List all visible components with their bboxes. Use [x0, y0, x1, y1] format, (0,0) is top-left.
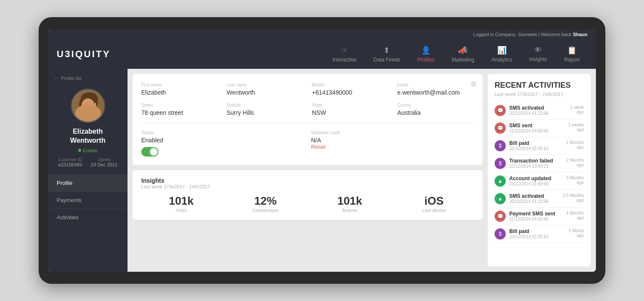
- activity-date-8: 22/12/2014 02:30:61: [509, 234, 565, 239]
- insights-date-range: Last week 17/6/2017 - 24/6/2017: [141, 184, 474, 189]
- nav-item-interactive[interactable]: ☞ Interactive: [325, 42, 364, 66]
- activities-date-range: Last week 17/6/2017 - 24/6/2017: [495, 92, 584, 97]
- country-label: Counry: [397, 103, 474, 108]
- data-feeds-icon: ⬆: [383, 46, 390, 55]
- activity-title-8: Bill paid: [509, 228, 565, 234]
- sidebar-item-activities[interactable]: Activities: [48, 209, 128, 226]
- activity-icon-2: 💬: [495, 123, 506, 134]
- reset-link[interactable]: Reset: [311, 144, 474, 150]
- activity-icon-1: 💬: [495, 105, 506, 116]
- svg-point-5: [79, 115, 100, 122]
- activities-panel: RECENT ACTIVITIES Last week 17/6/2017 - …: [488, 74, 591, 267]
- form-group-firstname: First name Elizabeth: [141, 83, 218, 96]
- content: ⚙ First name Elizabeth Last name Wentwor…: [128, 69, 596, 272]
- nav-item-profiles[interactable]: 👤 Profiles: [410, 42, 442, 66]
- status-value: Enabled: [141, 137, 304, 144]
- header: U3IQUITY ☞ Interactive ⬆ Data Feeds 👤 Pr…: [48, 40, 596, 69]
- activity-item-3: $ Bill paid 22/12/2014 02:30:61 2 Months…: [495, 137, 584, 155]
- svg-point-3: [81, 92, 98, 104]
- activity-content-3: Bill paid 22/12/2014 02:30:61: [509, 140, 563, 151]
- insights-title: Insights: [141, 177, 474, 184]
- activity-date-1: 20/12/2014 01:23:66: [509, 111, 567, 116]
- nav-label-analytics: Analytics: [492, 57, 512, 63]
- activity-icon-5: ▲: [495, 175, 506, 187]
- sidebar-item-profile[interactable]: Profile: [48, 175, 128, 192]
- sidebar-nav: Profile Payments Activities: [48, 174, 128, 226]
- nav-item-report[interactable]: 📋 Report: [556, 42, 587, 66]
- joined-value: 23 Dec 2011: [91, 162, 117, 167]
- enable-badge: Enable: [78, 148, 97, 153]
- status-section: Status Enabled Validation code: [141, 130, 474, 157]
- activity-icon-4: $: [495, 158, 506, 169]
- conversions-label: Conversions: [225, 208, 305, 213]
- activity-item-2: 💬 SMS sent 21/12/2014 04:50:66 3 weeksag…: [495, 120, 584, 137]
- activity-content-6: SMS activated 20/12/2014 01:23:66: [509, 193, 559, 204]
- nav-item-analytics[interactable]: 📊 Analytics: [484, 42, 520, 66]
- status-toggle[interactable]: [141, 147, 158, 157]
- activity-icon-6: ▲: [495, 193, 506, 204]
- interactive-icon: ☞: [341, 46, 348, 55]
- nav-label-interactive: Interactive: [332, 57, 356, 63]
- activity-item-8: $ Bill paid 22/12/2014 02:30:61 6 Montsa…: [495, 225, 584, 243]
- avatar-image: [72, 90, 104, 122]
- form-group-status: Status Enabled: [141, 130, 304, 144]
- activity-time-5: 3 Monthsago: [566, 175, 584, 185]
- activity-content-4: Transaction failed 22/12/2014 13:50:21: [509, 158, 563, 169]
- form-group-lastname: Last name Wentworth: [227, 83, 304, 96]
- back-link[interactable]: ← Profile list: [48, 74, 128, 85]
- activity-title-7: Payment SMS sent: [509, 211, 563, 217]
- settings-icon[interactable]: ⚙: [471, 80, 477, 88]
- form-group-validation: Validation code N/A: [311, 130, 474, 144]
- activity-content-5: Account updated 23/12/2014 01:50:66: [509, 175, 563, 186]
- form-group-state: State NSW: [312, 103, 389, 116]
- activity-item-5: ▲ Account updated 23/12/2014 01:50:66 3 …: [495, 172, 584, 190]
- visits-label: Visits: [141, 208, 221, 213]
- nav-item-data-feeds[interactable]: ⬆ Data Feeds: [366, 42, 408, 66]
- metric-device: iOS Last device: [394, 194, 474, 213]
- activity-time-4: 2 Monthsago: [566, 158, 584, 167]
- customer-id-label: Customer ID: [58, 157, 82, 162]
- activity-date-2: 21/12/2014 04:50:66: [509, 129, 565, 133]
- nav: ☞ Interactive ⬆ Data Feeds 👤 Profiles 📣 …: [325, 42, 587, 66]
- activity-time-8: 6 Montsago: [568, 228, 584, 238]
- status-label: Status: [141, 130, 304, 135]
- profile-form-grid: First name Elizabeth Last name Wentworth…: [141, 83, 474, 116]
- metric-actions: 101k Actions: [310, 194, 390, 213]
- divider: [141, 123, 474, 123]
- validation-value: N/A: [311, 137, 474, 144]
- enable-dot: [78, 149, 81, 152]
- nav-item-insights[interactable]: 👁 Insights: [522, 42, 555, 66]
- logo: U3IQUITY: [57, 49, 110, 60]
- street-value: 78 queen street: [141, 109, 218, 116]
- activity-date-6: 20/12/2014 01:23:66: [509, 199, 559, 204]
- visits-number: 101k: [141, 194, 221, 208]
- activity-content-1: SMS activated 20/12/2014 01:23:66: [509, 105, 567, 116]
- tablet-frame: Logged in Company: Gomeeki | Welcome bac…: [39, 17, 605, 284]
- sidebar-item-payments[interactable]: Payments: [48, 192, 128, 209]
- form-group-mobile: Mobile +61413490000: [312, 83, 389, 96]
- email-label: Email: [397, 83, 474, 87]
- form-group-email: Email e.wentworth@mail.com: [397, 83, 474, 96]
- marketing-icon: 📣: [458, 46, 468, 55]
- activity-date-3: 22/12/2014 02:30:61: [509, 146, 563, 151]
- nav-label-profiles: Profiles: [417, 57, 434, 63]
- activity-date-4: 22/12/2014 13:50:21: [509, 164, 563, 169]
- firstname-label: First name: [141, 83, 218, 87]
- customer-info: Customer ID e23156489 Joined 23 Dec 2011: [58, 157, 118, 167]
- content-main: ⚙ First name Elizabeth Last name Wentwor…: [133, 74, 483, 267]
- mobile-label: Mobile: [312, 83, 389, 87]
- nav-label-insights: Insights: [529, 56, 547, 62]
- profile-name: Elizabeth Wentworth: [70, 127, 105, 145]
- metric-visits: 101k Visits: [141, 194, 221, 213]
- device-label: Last device: [394, 208, 474, 213]
- back-link-label: Profile list: [61, 76, 82, 81]
- activity-time-1: 1 weekago: [570, 105, 584, 114]
- form-group-country: Counry Australia: [397, 103, 474, 116]
- suburb-value: Surry Hills: [227, 109, 304, 116]
- nav-item-marketing[interactable]: 📣 Marketing: [444, 42, 482, 66]
- activity-title-1: SMS activated: [509, 105, 567, 111]
- login-text: Logged in Company: Gomeeki | Welcome bac…: [473, 32, 573, 37]
- firstname-value: Elizabeth: [141, 89, 218, 96]
- activity-title-6: SMS activated: [509, 193, 559, 199]
- suburb-label: Suburb: [227, 103, 304, 108]
